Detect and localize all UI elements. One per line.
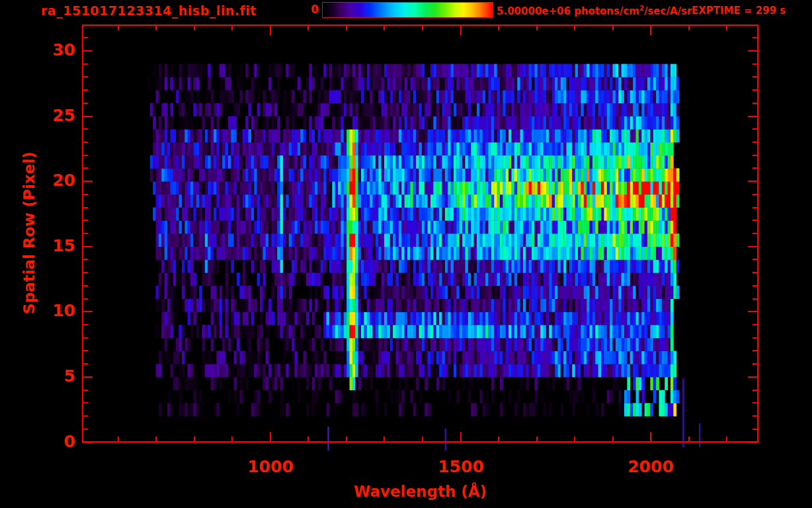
axis-tick [498,26,499,30]
axis-tick [83,103,88,104]
colorbar-units-prefix: photons/cm [571,5,639,17]
spectrogram-figure: ra_151017123314_hisb_lin.fit 0 5.00000e+… [0,0,812,508]
axis-tick [752,207,757,208]
axis-tick [612,26,614,30]
y-tick-label: 30 [13,40,75,60]
axis-tick [752,142,757,143]
axis-tick [536,437,538,441]
axis-tick [118,26,119,30]
colorbar-max-value: 5.00000e+06 [497,5,571,17]
axis-tick [650,432,651,441]
axis-tick [748,181,757,182]
axis-tick [612,437,614,441]
axis-tick [748,50,757,52]
axis-tick [83,64,88,65]
axis-tick [650,26,651,35]
exptime-label: EXPTIME = 299 s [692,5,786,17]
axis-tick [83,402,88,403]
axis-tick [307,26,309,30]
axis-tick [83,337,88,339]
axis-tick [83,298,88,300]
axis-tick [748,246,757,247]
axis-tick [194,26,195,30]
axis-tick [83,233,88,234]
axis-tick [83,376,93,378]
axis-tick [726,26,727,30]
axis-tick [752,128,757,130]
colorbar-units-suffix: /sec/A/sr [644,5,692,17]
axis-tick [83,442,93,443]
axis-tick [83,116,93,117]
axis-tick [307,437,309,441]
axis-tick [83,415,88,417]
axis-tick [498,437,499,441]
axis-tick [384,437,385,441]
axis-tick [83,285,88,286]
y-tick-label: 25 [13,106,75,125]
axis-tick [83,220,88,221]
x-tick-label: 1500 [421,457,501,476]
axis-tick [748,116,757,117]
axis-tick [83,390,88,391]
axis-tick [752,155,757,156]
axis-tick [748,442,757,443]
axis-tick [688,437,690,441]
plot-frame [82,24,758,443]
axis-tick [83,37,88,38]
axis-tick [83,89,88,91]
y-tick-label: 5 [13,366,75,386]
axis-tick [752,324,757,325]
axis-tick [752,194,757,195]
axis-tick [726,437,727,441]
axis-tick [83,207,88,208]
axis-tick [752,272,757,273]
axis-tick [270,26,271,35]
y-tick-label: 0 [13,432,75,451]
axis-tick [83,167,88,169]
axis-tick [155,26,157,30]
axis-tick [748,376,757,378]
axis-tick [688,26,690,30]
axis-tick [155,437,157,441]
axis-tick [752,298,757,300]
axis-tick [83,181,93,182]
axis-tick [752,103,757,104]
axis-tick [83,311,93,312]
axis-tick [752,402,757,403]
axis-tick [752,37,757,38]
axis-tick [752,429,757,430]
colorbar-units-exponent: 2 [639,5,644,12]
axis-tick [752,415,757,417]
axis-tick [748,311,757,312]
axis-tick [574,437,575,441]
x-tick-label: 2000 [611,457,690,476]
axis-tick [752,337,757,339]
axis-tick [422,437,423,441]
axis-tick [83,429,88,430]
axis-tick [231,437,233,441]
y-axis-title: Spatial Row (Pixel) [20,151,38,314]
axis-tick [752,350,757,351]
axis-tick [83,128,88,130]
axis-tick [231,26,233,30]
axis-tick [83,350,88,351]
axis-tick [422,26,423,30]
colorbar-gradient [322,2,493,18]
colorbar-min-label: 0 [295,3,319,16]
axis-tick [752,167,757,169]
axis-tick [83,155,88,156]
axis-tick [346,437,347,441]
axis-tick [752,363,757,364]
axis-tick [752,64,757,65]
x-axis-title: Wavelength (Å) [82,483,758,500]
axis-tick [83,272,88,273]
axis-tick [752,233,757,234]
axis-tick [83,194,88,195]
axis-tick [752,220,757,221]
axis-tick [384,26,385,30]
axis-tick [752,89,757,91]
axis-tick [83,324,88,325]
axis-tick [460,432,462,441]
axis-tick [752,285,757,286]
axis-tick [346,26,347,30]
